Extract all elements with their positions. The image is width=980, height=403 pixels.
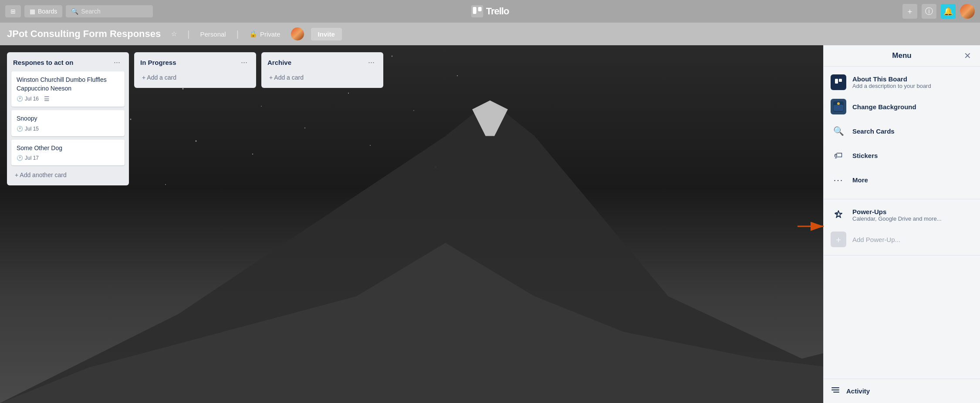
date-text-2: Jul 15 — [25, 126, 39, 132]
menu-divider-1 — [824, 199, 980, 199]
workspace-button[interactable]: Personal — [196, 29, 229, 40]
card-meta-dog: 🕐 Jul 17 — [17, 155, 119, 161]
card-snoopy[interactable]: Snoopy 🕐 Jul 15 — [11, 110, 125, 136]
nav-right: ＋ ⓘ 🔔 — [902, 4, 975, 19]
svg-rect-1 — [473, 7, 476, 14]
list-responses: Respones to act on ··· Winston Churchill… — [7, 52, 129, 185]
home-icon: ⊞ — [10, 8, 16, 15]
add-card-label-archive: + Add a card — [269, 74, 304, 81]
card-meta-snoopy: 🕐 Jul 15 — [17, 126, 119, 132]
more-text: More — [852, 176, 868, 184]
add-card-button-archive[interactable]: + Add a card — [266, 71, 379, 84]
add-powerup-item[interactable]: ＋ Add Power-Up... — [824, 227, 980, 252]
add-card-button-responses[interactable]: + Add another card — [11, 169, 125, 181]
list-title-inprogress: In Progress — [140, 59, 176, 66]
svg-rect-2 — [478, 7, 482, 11]
menu-item-stickers[interactable]: 🏷 Stickers — [824, 143, 980, 168]
more-label: More — [852, 176, 868, 184]
svg-rect-29 — [835, 79, 838, 84]
list-header-archive: Archive ··· — [266, 57, 379, 68]
menu-item-more[interactable]: ··· More — [824, 168, 980, 192]
separator-1: | — [187, 29, 189, 39]
menu-item-background[interactable]: Change Background — [824, 94, 980, 119]
boards-label: Boards — [38, 8, 57, 15]
card-meta-winston: 🕐 Jul 16 ☰ — [17, 95, 119, 102]
info-button[interactable]: ⓘ — [922, 4, 936, 19]
list-inprogress: In Progress ··· + Add a card — [134, 52, 256, 88]
card-title-winston: Winston Churchill Dumbo Fluffles Cappucc… — [17, 76, 119, 93]
boards-button[interactable]: ▦ Boards — [24, 5, 62, 17]
activity-section[interactable]: Activity — [824, 379, 980, 403]
workspace-label: Personal — [200, 30, 226, 38]
menu-divider-2 — [824, 255, 980, 255]
svg-point-33 — [837, 102, 840, 105]
background-label: Change Background — [852, 103, 916, 111]
board-member-avatar[interactable] — [291, 27, 304, 40]
visibility-button[interactable]: 🔒 Private — [246, 28, 284, 40]
list-title-responses: Respones to act on — [13, 59, 73, 66]
lock-icon: 🔒 — [249, 30, 257, 38]
arrow-indicator — [798, 220, 828, 235]
board-icon — [831, 74, 846, 90]
clock-icon-3: 🕐 — [17, 155, 23, 161]
search-label: Search Cards — [852, 128, 895, 135]
stickers-icon: 🏷 — [831, 148, 846, 163]
invite-button[interactable]: Invite — [311, 28, 342, 40]
add-card-button-inprogress[interactable]: + Add a card — [139, 71, 252, 84]
star-button[interactable]: ☆ — [168, 28, 180, 40]
clock-icon-1: 🕐 — [17, 96, 23, 102]
about-sublabel: Add a description to your board — [852, 83, 931, 89]
invite-label: Invite — [318, 30, 335, 38]
add-card-label-inprogress: + Add a card — [142, 74, 176, 81]
powerups-icon — [831, 207, 846, 223]
search-text: Search Cards — [852, 128, 895, 135]
powerups-sublabel: Calendar, Google Drive and more... — [852, 215, 942, 222]
board-icon: ▦ — [30, 8, 35, 15]
card-some-other-dog[interactable]: Some Other Dog 🕐 Jul 17 — [11, 140, 125, 166]
list-title-archive: Archive — [267, 59, 291, 66]
nav-center: Trello — [471, 5, 509, 17]
list-menu-button-responses[interactable]: ··· — [111, 57, 123, 67]
search-input[interactable] — [81, 8, 151, 15]
powerups-section: Power-Ups Calendar, Google Drive and mor… — [824, 203, 980, 252]
lists-container: Respones to act on ··· Winston Churchill… — [0, 45, 823, 403]
list-menu-button-inprogress[interactable]: ··· — [238, 57, 250, 67]
board-header: JPot Consulting Form Responses ☆ | Perso… — [0, 23, 980, 45]
menu-item-search[interactable]: 🔍 Search Cards — [824, 119, 980, 143]
svg-rect-30 — [839, 79, 842, 82]
card-date-snoopy: 🕐 Jul 15 — [17, 126, 39, 132]
menu-header: Menu ✕ — [824, 45, 980, 67]
search-cards-icon: 🔍 — [831, 123, 846, 139]
menu-close-button[interactable]: ✕ — [960, 49, 975, 63]
card-title-dog: Some Other Dog — [17, 144, 119, 153]
notifications-button[interactable]: 🔔 — [941, 4, 956, 19]
avatar[interactable] — [960, 4, 975, 19]
separator-2: | — [237, 29, 239, 39]
close-icon: ✕ — [964, 51, 971, 60]
search-box[interactable]: 🔍 — [66, 5, 153, 17]
nav-left: ⊞ ▦ Boards 🔍 — [5, 5, 153, 17]
create-button[interactable]: ＋ — [902, 4, 917, 19]
powerups-text: Power-Ups Calendar, Google Drive and mor… — [852, 208, 942, 222]
card-date-dog: 🕐 Jul 17 — [17, 155, 39, 161]
desc-icon-1: ☰ — [44, 95, 50, 102]
menu-title: Menu — [892, 51, 911, 60]
menu-item-about[interactable]: About This Board Add a description to yo… — [824, 70, 980, 94]
trello-logo: Trello — [471, 5, 509, 17]
list-menu-button-archive[interactable]: ··· — [365, 57, 377, 67]
board-title: JPot Consulting Form Responses — [7, 28, 161, 40]
menu-items: About This Board Add a description to yo… — [824, 67, 980, 195]
add-powerup-label: Add Power-Up... — [852, 236, 900, 243]
trello-logo-text: Trello — [486, 6, 509, 17]
arrow-svg — [798, 220, 828, 233]
board-area: Respones to act on ··· Winston Churchill… — [0, 45, 980, 403]
svg-rect-32 — [834, 105, 843, 111]
trello-logo-icon — [471, 5, 483, 17]
top-navigation: ⊞ ▦ Boards 🔍 Trello ＋ ⓘ 🔔 — [0, 0, 980, 23]
card-winston[interactable]: Winston Churchill Dumbo Fluffles Cappucc… — [11, 71, 125, 107]
menu-item-powerups[interactable]: Power-Ups Calendar, Google Drive and mor… — [824, 203, 980, 227]
list-header-responses: Respones to act on ··· — [11, 57, 125, 68]
home-button[interactable]: ⊞ — [5, 5, 21, 17]
clock-icon-2: 🕐 — [17, 126, 23, 132]
activity-label: Activity — [846, 387, 870, 395]
